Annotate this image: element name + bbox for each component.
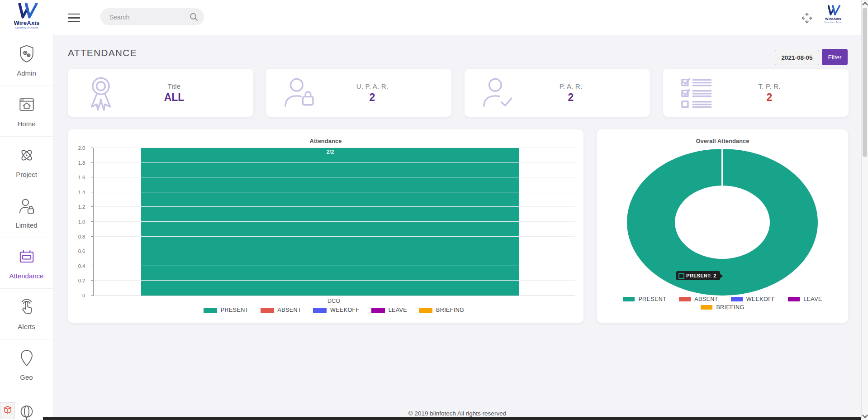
sidebar-item-limited[interactable]: Limited [0,187,53,238]
sidebar-item-label: Alerts [18,323,35,330]
bar-chart-plot-area: 2/2 [93,148,575,296]
sidebar-item-label: Attendance [9,272,44,280]
tooltip-swatch [678,273,684,279]
legend-swatch [371,308,385,313]
y-axis-tick-label: 1.6 [78,175,85,180]
sidebar-item-project[interactable]: Project [0,137,53,187]
y-axis-tick-label: 0 [82,293,85,298]
legend-item: PRESENT [623,296,666,302]
search-box [100,8,204,25]
stat-value: 2 [370,91,375,104]
bar-gridline [94,148,575,148]
user-lock-icon [266,73,332,112]
stat-label: T. P. R. [759,82,781,90]
bar-chart-y-axis: 00.20.40.60.81.01.21.41.61.82.0 [68,148,93,296]
brand-tagline: Curiosity In Action [15,26,38,29]
sidebar-item-label: Limited [15,221,37,229]
user-lock-icon [17,196,37,217]
legend-label: BRIEFING [436,307,464,313]
stat-text: U. P. A. R. 2 [332,82,451,104]
award-icon [68,73,133,112]
sidebar-item-geo[interactable]: Geo [0,339,53,390]
vertical-scrollbar-thumb[interactable] [863,8,867,157]
globe-icon [17,403,37,420]
laravel-badge[interactable] [0,402,15,419]
hamburger-menu-icon[interactable] [68,14,80,22]
donut-legend-row: BRIEFING [701,304,744,310]
tooltip-text: PRESENT: 2 [686,273,716,278]
stat-card-title: Title ALL [68,69,253,117]
search-icon[interactable] [190,13,198,23]
bar-present[interactable]: 2/2 [141,148,519,296]
scroll-down-arrow-icon[interactable] [862,412,868,418]
bar-value-label: 2/2 [141,149,519,155]
stat-label: P. A. R. [560,82,583,90]
legend-label: LEAVE [389,307,407,313]
legend-label: PRESENT [221,307,249,313]
checklist-icon [663,73,729,112]
legend-swatch [701,305,712,310]
topbar-right-logo[interactable]: WireAxis Curiosity In Action [822,5,844,23]
y-axis-tick-label: 1.2 [78,204,85,210]
stat-value: ALL [164,91,185,104]
atom-icon [17,145,37,167]
filter-button[interactable]: Filter [822,49,848,65]
scroll-up-arrow-icon[interactable] [862,2,868,8]
legend-item: LEAVE [788,296,822,302]
stat-text: T. P. R. 2 [729,82,849,104]
donut-legend-row: PRESENTABSENTWEEKOFFLEAVE [623,296,822,302]
app-root: WireAxis Curiosity In Action [0,0,868,420]
legend-label: LEAVE [803,296,822,302]
legend-label: ABSENT [278,307,301,313]
user-check-icon [465,73,530,112]
stat-card-upar: U. P. A. R. 2 [266,69,451,117]
y-axis-tick-label: 0.6 [78,248,85,254]
stat-label: U. P. A. R. [356,82,388,90]
bar-gridline [94,206,575,207]
sidebar-item-alerts[interactable]: Alerts [0,289,53,339]
donut-tooltip: PRESENT: 2 [676,271,720,280]
bar-gridline [94,251,575,251]
legend-label: ABSENT [694,296,718,302]
legend-swatch [204,308,217,313]
y-axis-tick-label: 0.8 [78,234,85,239]
stat-text: P. A. R. 2 [530,82,650,104]
bar-gridline [94,162,575,163]
legend-swatch [261,308,274,313]
map-pin-icon [17,348,37,369]
brand-tagline: Curiosity In Action [824,21,842,23]
vertical-scrollbar[interactable] [861,0,868,420]
page-title: ATTENDANCE [68,48,137,58]
sidebar-item-attendance[interactable]: Attendance [0,238,53,289]
sidebar-item-home[interactable]: Home [0,86,53,137]
legend-item: WEEKOFF [313,307,360,313]
y-axis-tick-label: 1.8 [78,160,85,166]
legend-item: ABSENT [679,296,718,302]
legend-label: PRESENT [638,296,666,302]
overall-attendance-donut-card: Overall Attendance PRESENT: 2 PRESENTABS… [597,129,848,323]
sidebar-item-admin[interactable]: Admin [0,35,53,86]
stat-card-par: P. A. R. 2 [465,69,650,117]
shield-gears-icon [17,44,37,65]
attendance-bar-chart-card: Attendance 00.20.40.60.81.01.21.41.61.82… [68,129,583,323]
bar-gridline [94,280,575,281]
search-input[interactable] [109,8,186,26]
legend-swatch [679,297,691,301]
legend-item: LEAVE [371,307,407,313]
brand-logo[interactable]: WireAxis Curiosity In Action [13,3,41,29]
sidebar-item-label: Home [17,120,35,128]
date-input[interactable]: 2021-08-05 [775,50,819,65]
bar-gridline [94,177,575,177]
legend-label: WEEKOFF [330,307,360,313]
legend-swatch [623,297,635,301]
fullscreen-expand-icon[interactable] [800,11,814,26]
legend-item: PRESENT [204,307,249,313]
topbar: WireAxis Curiosity In Action [0,0,862,35]
legend-item: WEEKOFF [731,296,776,302]
stat-text: Title ALL [133,82,253,104]
footer-copyright: © 2019 biinfotech All rights reserved [53,410,862,417]
stat-label: Title [168,82,181,90]
horizontal-scrollbar[interactable] [43,417,862,420]
sidebar-item-label: Admin [17,69,36,77]
donut-slice-seam [721,149,723,186]
